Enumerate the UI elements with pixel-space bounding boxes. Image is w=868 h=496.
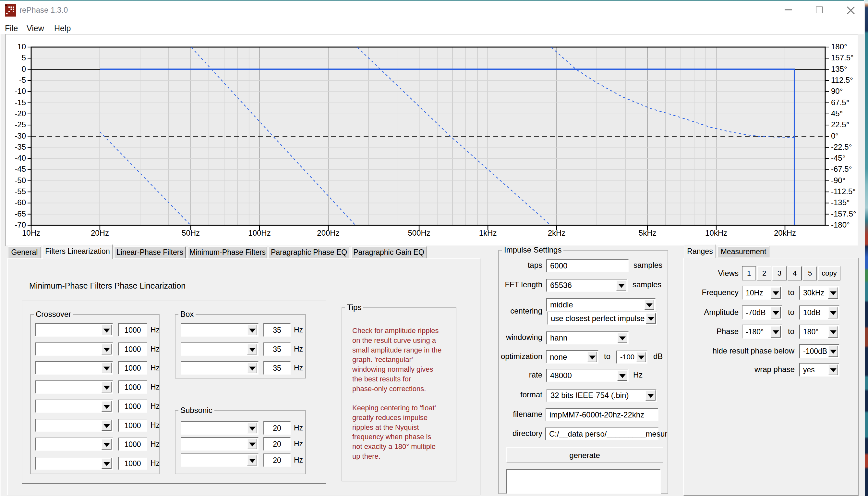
svg-text:50Hz: 50Hz: [182, 229, 200, 237]
svg-text:135°: 135°: [831, 65, 847, 73]
svg-text:-5: -5: [19, 76, 26, 84]
svg-text:-55: -55: [15, 187, 26, 196]
svg-text:10Hz: 10Hz: [22, 229, 40, 237]
svg-text:5: 5: [22, 53, 26, 62]
svg-text:112.5°: 112.5°: [831, 76, 853, 84]
svg-text:-65: -65: [15, 210, 26, 218]
svg-text:67.5°: 67.5°: [831, 98, 849, 107]
svg-text:0: 0: [22, 65, 26, 73]
svg-text:-20: -20: [15, 109, 26, 118]
svg-text:-40: -40: [15, 154, 26, 162]
svg-text:-157.5°: -157.5°: [831, 210, 856, 218]
svg-text:180°: 180°: [831, 42, 847, 51]
svg-text:-22.5°: -22.5°: [831, 142, 852, 151]
svg-text:10kHz: 10kHz: [705, 229, 727, 237]
svg-text:100Hz: 100Hz: [248, 229, 271, 237]
svg-text:-30: -30: [15, 131, 26, 140]
svg-text:-45°: -45°: [831, 154, 845, 162]
svg-text:-135°: -135°: [831, 198, 850, 207]
svg-text:45°: 45°: [831, 109, 843, 118]
svg-text:-60: -60: [15, 198, 26, 207]
svg-text:-35: -35: [15, 142, 26, 151]
svg-text:-25: -25: [15, 120, 26, 129]
svg-text:90°: 90°: [831, 87, 843, 95]
svg-text:500Hz: 500Hz: [408, 229, 430, 237]
svg-text:200Hz: 200Hz: [317, 229, 339, 237]
svg-text:-50: -50: [15, 176, 26, 185]
svg-text:-45: -45: [15, 165, 26, 173]
svg-text:-180°: -180°: [831, 220, 850, 229]
svg-text:-90°: -90°: [831, 176, 845, 185]
svg-text:-15: -15: [15, 98, 26, 107]
svg-text:20kHz: 20kHz: [774, 229, 796, 237]
svg-text:1kHz: 1kHz: [479, 229, 497, 237]
svg-text:157.5°: 157.5°: [831, 53, 854, 62]
svg-text:0°: 0°: [831, 131, 838, 140]
svg-text:-112.5°: -112.5°: [831, 187, 856, 196]
svg-text:20Hz: 20Hz: [91, 229, 109, 237]
svg-text:10: 10: [17, 42, 26, 51]
svg-text:2kHz: 2kHz: [548, 229, 566, 237]
svg-text:-70: -70: [15, 220, 26, 229]
svg-text:22.5°: 22.5°: [831, 120, 849, 129]
svg-text:5kHz: 5kHz: [639, 229, 657, 237]
svg-text:-10: -10: [15, 87, 26, 95]
svg-text:-67.5°: -67.5°: [831, 165, 852, 173]
